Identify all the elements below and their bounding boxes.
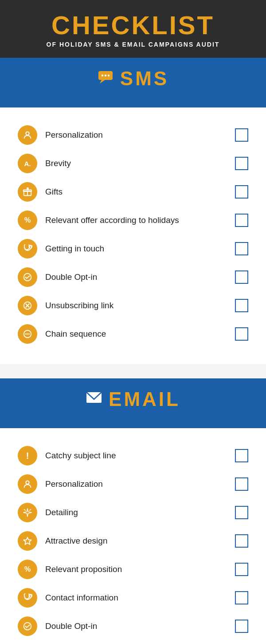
- item-label-relevant-offer: Relevant offer according to holidays: [45, 215, 235, 225]
- sms-section-header: SMS: [0, 58, 266, 107]
- item-icon-chain-sms: [18, 324, 37, 344]
- item-icon-gifts: [18, 182, 37, 202]
- sms-section-icon: [97, 68, 114, 89]
- item-icon-contact-info: [18, 588, 37, 608]
- item-icon-brevity: A.: [18, 154, 37, 173]
- item-checkbox-contact-info[interactable]: [235, 591, 248, 604]
- item-checkbox-getting-in-touch[interactable]: [235, 242, 248, 255]
- list-item-gifts: Gifts: [18, 178, 248, 206]
- item-checkbox-personalization-email[interactable]: [235, 477, 248, 491]
- svg-marker-18: [23, 537, 31, 545]
- item-checkbox-unsubscribing-sms[interactable]: [235, 299, 248, 312]
- item-icon-detailing: [18, 503, 37, 522]
- list-item-personalization-sms: Personalization: [18, 121, 248, 149]
- page-title: CHECKLIST: [9, 12, 257, 38]
- list-item-relevant-prop: %Relevant proposition: [18, 555, 248, 584]
- item-icon-double-opt-in-email: [18, 616, 37, 636]
- item-checkbox-personalization-sms[interactable]: [235, 128, 248, 142]
- item-label-unsubscribing-sms: Unsubscribing link: [45, 301, 235, 310]
- svg-point-15: [26, 481, 29, 484]
- item-icon-unsubscribing-sms: [18, 296, 37, 315]
- item-icon-getting-in-touch: [18, 239, 37, 258]
- svg-point-3: [105, 75, 106, 76]
- item-checkbox-double-opt-in-sms[interactable]: [235, 270, 248, 284]
- item-icon-relevant-prop: %: [18, 560, 37, 579]
- list-item-getting-in-touch: Getting in touch: [18, 235, 248, 263]
- item-icon-catchy-subject: !: [18, 446, 37, 465]
- item-label-personalization-email: Personalization: [45, 479, 235, 489]
- list-item-double-opt-in-email: Double Opt-in: [18, 612, 248, 640]
- list-item-brevity: A.Brevity: [18, 149, 248, 178]
- item-label-double-opt-in-sms: Double Opt-in: [45, 272, 235, 282]
- item-label-personalization-sms: Personalization: [45, 130, 235, 140]
- svg-point-2: [102, 75, 103, 76]
- item-checkbox-double-opt-in-email[interactable]: [235, 620, 248, 633]
- list-item-double-opt-in-sms: Double Opt-in: [18, 263, 248, 291]
- email-section-header: EMAIL: [0, 378, 266, 428]
- list-item-detailing: Detailing: [18, 498, 248, 527]
- item-label-brevity: Brevity: [45, 159, 235, 168]
- item-checkbox-detailing[interactable]: [235, 506, 248, 519]
- item-label-double-opt-in-email: Double Opt-in: [45, 621, 235, 631]
- email-section-icon: [86, 390, 102, 408]
- item-icon-personalization-email: [18, 474, 37, 494]
- list-item-catchy-subject: !Catchy subject line: [18, 441, 248, 470]
- item-label-contact-info: Contact information: [45, 593, 235, 603]
- sms-section-title: SMS: [120, 68, 169, 90]
- item-checkbox-attractive-design[interactable]: [235, 534, 248, 548]
- section-gap: [0, 364, 266, 378]
- item-icon-personalization-sms: [18, 125, 37, 145]
- page-header: CHECKLIST OF HOLIDAY SMS & EMAIL CAMPAIG…: [0, 0, 266, 58]
- svg-marker-1: [100, 80, 105, 83]
- list-item-contact-info: Contact information: [18, 584, 248, 612]
- item-checkbox-gifts[interactable]: [235, 185, 248, 199]
- svg-line-17: [30, 509, 31, 511]
- list-item-relevant-offer: %Relevant offer according to holidays: [18, 206, 248, 235]
- list-item-unsubscribing-email: Unsubscribing link: [18, 640, 248, 644]
- item-checkbox-relevant-offer[interactable]: [235, 214, 248, 227]
- list-item-personalization-email: Personalization: [18, 470, 248, 498]
- list-item-unsubscribing-sms: Unsubscribing link: [18, 291, 248, 320]
- list-item-chain-sms: Chain sequence: [18, 320, 248, 348]
- item-checkbox-chain-sms[interactable]: [235, 327, 248, 341]
- svg-point-5: [26, 132, 29, 135]
- email-section-title: EMAIL: [109, 388, 180, 410]
- item-label-relevant-prop: Relevant proposition: [45, 564, 235, 574]
- item-icon-attractive-design: [18, 531, 37, 551]
- item-label-gifts: Gifts: [45, 187, 235, 197]
- svg-line-16: [24, 509, 26, 511]
- item-label-attractive-design: Attractive design: [45, 536, 235, 546]
- page-subtitle: OF HOLIDAY SMS & EMAIL CAMPAIGNS AUDIT: [9, 41, 257, 48]
- sms-checklist-body: PersonalizationA.BrevityGifts%Relevant o…: [0, 107, 266, 364]
- item-checkbox-catchy-subject[interactable]: [235, 449, 248, 462]
- list-item-attractive-design: Attractive design: [18, 527, 248, 555]
- item-label-detailing: Detailing: [45, 508, 235, 517]
- item-checkbox-relevant-prop[interactable]: [235, 563, 248, 576]
- item-label-chain-sms: Chain sequence: [45, 329, 235, 339]
- item-label-catchy-subject: Catchy subject line: [45, 451, 235, 461]
- svg-point-4: [108, 75, 110, 76]
- item-label-getting-in-touch: Getting in touch: [45, 244, 235, 254]
- item-checkbox-brevity[interactable]: [235, 157, 248, 170]
- email-checklist-body: !Catchy subject linePersonalizationDetai…: [0, 428, 266, 644]
- item-icon-double-opt-in-sms: [18, 267, 37, 287]
- item-icon-relevant-offer: %: [18, 211, 37, 230]
